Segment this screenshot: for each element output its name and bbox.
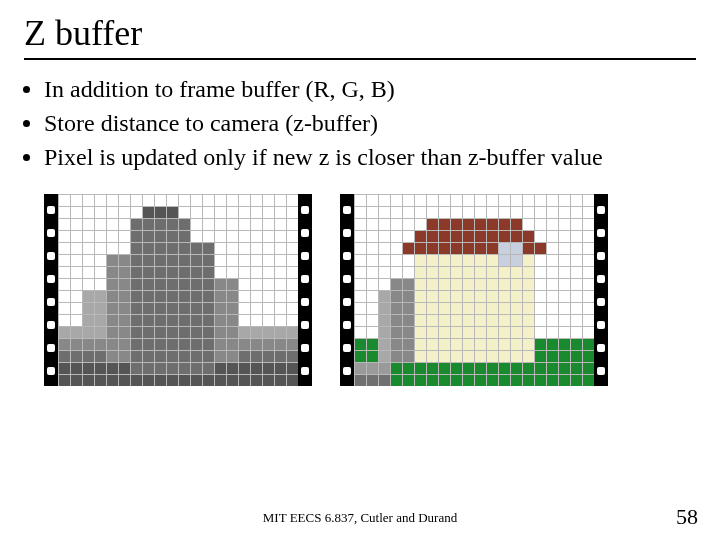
page-number: 58 — [676, 504, 698, 530]
bullet-item: Store distance to camera (z-buffer) — [44, 108, 696, 138]
bullet-item: In addition to frame buffer (R, G, B) — [44, 74, 696, 104]
title-rule — [24, 58, 696, 60]
sprocket-left — [44, 194, 58, 386]
sprocket-right — [298, 194, 312, 386]
slide-title: Z buffer — [24, 12, 696, 54]
figure-row — [44, 194, 696, 386]
bullet-list: In addition to frame buffer (R, G, B) St… — [44, 74, 696, 172]
zbuffer-left-canvas — [58, 194, 298, 386]
film-frame-left — [44, 194, 312, 386]
slide-footer: MIT EECS 6.837, Cutler and Durand — [0, 510, 720, 526]
film-frame-right — [340, 194, 608, 386]
bullet-item: Pixel is updated only if new z is closer… — [44, 142, 696, 172]
sprocket-left — [340, 194, 354, 386]
sprocket-right — [594, 194, 608, 386]
framebuffer-right-canvas — [354, 194, 594, 386]
